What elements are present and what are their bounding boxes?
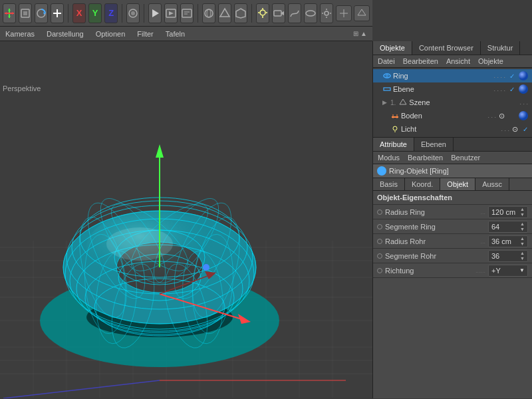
object-row-szene[interactable]: ▶ 1. Szene . . . xyxy=(373,96,532,109)
x-axis-button[interactable]: X xyxy=(72,3,86,23)
ring-name: Ring xyxy=(393,72,491,80)
radius-rohr-spinner[interactable]: ▲ ▼ xyxy=(520,236,525,247)
camera-button[interactable] xyxy=(272,3,285,23)
panel-tabs-top: Objekte Content Browser Struktur xyxy=(373,41,532,55)
prop-sep-0: ... xyxy=(480,209,485,215)
spline-button[interactable] xyxy=(288,3,301,23)
attr-panel: Attribute Ebenen Modus Bearbeiten Benutz… xyxy=(373,138,532,398)
separator-2 xyxy=(122,4,122,23)
prop-value-segmente-ring[interactable]: 64 ▲ ▼ xyxy=(488,221,528,233)
deform-button[interactable] xyxy=(218,3,231,23)
add-button[interactable] xyxy=(51,3,64,23)
attr-menu-bearbeiten[interactable]: Bearbeiten xyxy=(406,153,445,162)
prop-value-segmente-rohr[interactable]: 36 ▲ ▼ xyxy=(488,250,528,262)
spinner-up-3[interactable]: ▲ xyxy=(520,251,525,256)
panel-menu-objekte[interactable]: Objekte xyxy=(476,57,505,66)
boden-dot: ⊙ xyxy=(499,112,507,120)
szene-dots: . . . xyxy=(519,99,528,106)
prop-label-segmente-rohr: Segmente Rohr xyxy=(385,252,485,260)
segmente-ring-spinner[interactable]: ▲ ▼ xyxy=(520,221,525,232)
menu-tafeln[interactable]: Tafeln xyxy=(163,29,188,39)
viewport-label: Perspektive xyxy=(3,84,41,92)
right-panel: Objekte Content Browser Struktur Datei B… xyxy=(372,41,532,398)
radius-ring-spinner[interactable]: ▲ ▼ xyxy=(520,207,525,217)
attr-header-text: Ring-Objekt [Ring] xyxy=(389,167,449,175)
main-area: Perspektive xyxy=(0,41,532,398)
menu-kameras[interactable]: Kameras xyxy=(3,29,37,39)
attr-menu: Modus Bearbeiten Benutzer xyxy=(373,152,532,164)
tab-ebenen[interactable]: Ebenen xyxy=(414,138,454,151)
snap-button[interactable] xyxy=(336,5,352,21)
tab-attribute[interactable]: Attribute xyxy=(373,138,414,151)
separator-5 xyxy=(251,4,252,23)
attr-menu-modus[interactable]: Modus xyxy=(376,153,402,162)
svg-point-103 xyxy=(386,75,388,76)
y-axis-button[interactable]: Y xyxy=(88,3,102,23)
app: X Y Z xyxy=(0,0,532,398)
render-button[interactable] xyxy=(148,3,162,23)
boden-name: Boden xyxy=(401,112,485,120)
panel-menu-ansicht[interactable]: Ansicht xyxy=(444,57,472,66)
menu-filter[interactable]: Filter xyxy=(134,29,156,39)
attr-section-title: Objekt-Eigenschaften xyxy=(373,191,532,205)
nurbs-button[interactable] xyxy=(304,3,317,23)
z-axis-button[interactable]: Z xyxy=(104,3,118,23)
object-row-licht[interactable]: Licht . . . ⊙ ✓ xyxy=(373,122,532,136)
spinner-up-1[interactable]: ▲ xyxy=(520,221,525,227)
svg-point-32 xyxy=(325,11,329,15)
svg-point-111 xyxy=(519,111,528,120)
licht-dot: ⊙ xyxy=(512,125,520,134)
render-settings-button[interactable] xyxy=(180,3,194,23)
light-button[interactable] xyxy=(256,3,269,23)
material-button[interactable] xyxy=(202,3,215,23)
subtab-objekt[interactable]: Objekt xyxy=(440,178,475,190)
segmente-rohr-spinner[interactable]: ▲ ▼ xyxy=(520,251,525,261)
svg-marker-4 xyxy=(5,12,7,15)
tab-content-browser[interactable]: Content Browser xyxy=(412,41,481,55)
subtab-koord[interactable]: Koord. xyxy=(405,178,440,190)
panel-menu-datei[interactable]: Datei xyxy=(376,57,397,66)
radius-rohr-value: 36 cm xyxy=(491,237,511,245)
prop-segmente-ring: Segmente Ring 64 ▲ ▼ xyxy=(373,219,532,234)
menu-darstellung[interactable]: Darstellung xyxy=(44,29,86,39)
spinner-up-0[interactable]: ▲ xyxy=(520,207,525,212)
spinner-down-3[interactable]: ▼ xyxy=(520,256,525,261)
move-tool-button[interactable] xyxy=(3,3,16,23)
prop-sep-4: ...... xyxy=(475,267,485,274)
licht-icon xyxy=(390,124,400,134)
prop-richtung: Richtung ...... +Y ▼ xyxy=(373,263,532,278)
rotate-tool-button[interactable] xyxy=(35,3,48,23)
select-tool-button[interactable] xyxy=(19,3,32,23)
prop-value-radius-rohr[interactable]: 36 cm ▲ ▼ xyxy=(488,235,528,247)
object-row-boden[interactable]: Boden . . . ⊙ xyxy=(373,109,532,122)
subtab-aussc[interactable]: Aussc xyxy=(475,178,509,190)
tab-objekte[interactable]: Objekte xyxy=(373,41,412,55)
svg-marker-107 xyxy=(400,99,406,104)
scene-button[interactable] xyxy=(234,3,247,23)
tab-struktur[interactable]: Struktur xyxy=(481,41,521,55)
spinner-up-2[interactable]: ▲ xyxy=(520,236,525,241)
svg-point-106 xyxy=(519,84,528,94)
object-mode-button[interactable] xyxy=(126,3,140,23)
transform-button[interactable] xyxy=(354,5,370,21)
object-row-ring[interactable]: Ring . . . . ✓ xyxy=(373,69,532,82)
toolbar: X Y Z xyxy=(0,0,372,27)
viewport-3d[interactable]: Perspektive xyxy=(0,41,372,398)
object-row-ebene[interactable]: Ebene . . . . ✓ xyxy=(373,82,532,96)
spinner-down-2[interactable]: ▼ xyxy=(520,241,525,247)
spinner-down-0[interactable]: ▼ xyxy=(520,212,525,217)
extra-button[interactable] xyxy=(320,3,333,23)
svg-rect-105 xyxy=(384,88,390,90)
menu-optionen[interactable]: Optionen xyxy=(93,29,128,39)
prop-value-richtung[interactable]: +Y ▼ xyxy=(488,265,528,277)
svg-marker-2 xyxy=(8,9,11,11)
render-view-button[interactable] xyxy=(164,3,178,23)
prop-value-radius-ring[interactable]: 120 cm ▲ ▼ xyxy=(488,206,528,218)
subtab-basis[interactable]: Basis xyxy=(373,178,405,190)
prop-radius-rohr: Radius Rohr ... 36 cm ▲ ▼ xyxy=(373,234,532,249)
spinner-down-1[interactable]: ▼ xyxy=(520,227,525,232)
ebene-dots: . . . . xyxy=(493,86,505,92)
ring-sphere xyxy=(517,70,529,82)
panel-menu-bearbeiten[interactable]: Bearbeiten xyxy=(401,57,440,66)
attr-menu-benutzer[interactable]: Benutzer xyxy=(449,153,482,162)
